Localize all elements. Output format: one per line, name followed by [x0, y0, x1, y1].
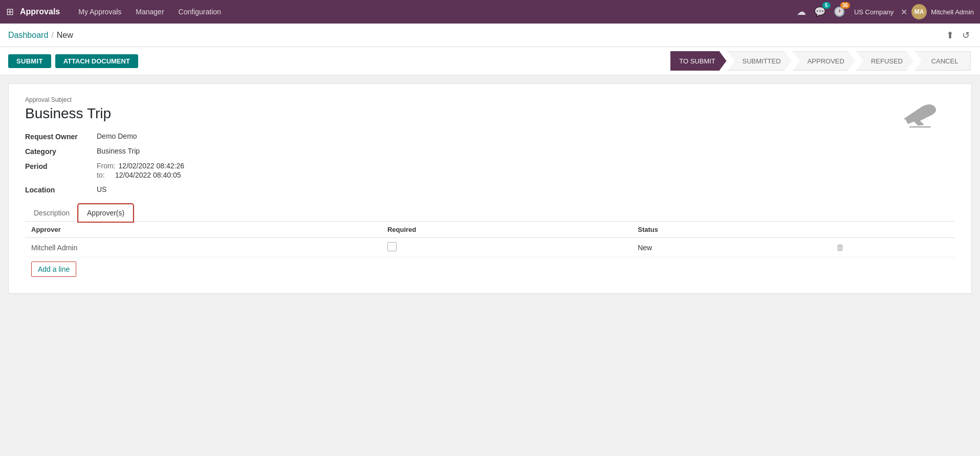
- menu-manager[interactable]: Manager: [129, 5, 170, 19]
- col-approver: Approver: [25, 222, 381, 238]
- top-nav-right: ☁ 💬 5 🕐 36 US Company ✕ MA Mitchell Admi…: [795, 4, 974, 19]
- activity-badge: 36: [840, 2, 850, 9]
- weather-icon[interactable]: ☁: [795, 4, 808, 19]
- period-from-value: 12/02/2022 08:42:26: [119, 162, 184, 170]
- chat-badge: 5: [822, 2, 831, 9]
- status-new-value: New: [638, 244, 652, 252]
- tabs-container: Description Approver(s): [25, 204, 955, 222]
- approvers-table: Approver Required Status Mitchell Admin …: [25, 222, 955, 257]
- form-card: Approval Subject Business Trip Request O…: [8, 83, 972, 294]
- menu-my-approvals[interactable]: My Approvals: [72, 5, 127, 19]
- submit-button[interactable]: SUBMIT: [8, 54, 51, 68]
- status-approved[interactable]: APPROVED: [793, 51, 855, 71]
- settings-icon[interactable]: ✕: [901, 7, 907, 17]
- avatar[interactable]: MA: [911, 4, 927, 19]
- add-line-container: Add a line: [25, 257, 955, 281]
- col-required: Required: [381, 222, 631, 238]
- approver-status: New: [631, 238, 830, 257]
- flight-icon: [900, 99, 941, 134]
- field-category: Category Business Trip: [25, 147, 955, 156]
- upload-icon[interactable]: ⬆: [944, 28, 956, 43]
- user-name: Mitchell Admin: [931, 8, 974, 16]
- secondary-bar: Dashboard / New ⬆ ↺: [0, 24, 980, 47]
- delete-row-icon[interactable]: 🗑: [836, 243, 844, 252]
- period-to-label: to:: [97, 171, 112, 179]
- location-value: US: [97, 185, 106, 193]
- required-checkbox[interactable]: [387, 242, 397, 251]
- breadcrumb: Dashboard / New: [8, 31, 940, 40]
- top-menu: My Approvals Manager Configuration: [72, 5, 795, 19]
- period-label: Period: [25, 162, 97, 170]
- field-location: Location US: [25, 185, 955, 194]
- required-checkbox-cell: [381, 238, 631, 257]
- location-label: Location: [25, 185, 97, 194]
- status-to-submit[interactable]: TO SUBMIT: [670, 51, 727, 71]
- status-cancel[interactable]: CANCEL: [914, 51, 971, 71]
- request-owner-value: Demo Demo: [97, 132, 137, 140]
- add-a-line-button[interactable]: Add a line: [31, 262, 76, 277]
- approval-title: Business Trip: [25, 105, 955, 122]
- field-request-owner: Request Owner Demo Demo: [25, 132, 955, 141]
- secondary-bar-icons: ⬆ ↺: [944, 28, 972, 43]
- table-row: Mitchell Admin New 🗑: [25, 238, 955, 257]
- category-value: Business Trip: [97, 147, 140, 155]
- app-name[interactable]: Approvals: [20, 7, 60, 16]
- col-status: Status: [631, 222, 830, 238]
- company-name[interactable]: US Company: [854, 8, 894, 16]
- period-from-label: From:: [97, 162, 116, 170]
- col-actions: [830, 222, 955, 238]
- action-bar: SUBMIT ATTACH DOCUMENT TO SUBMIT SUBMITT…: [0, 47, 980, 75]
- period-values: From: 12/02/2022 08:42:26 to: 12/04/2022…: [97, 162, 184, 179]
- status-refused[interactable]: REFUSED: [856, 51, 913, 71]
- activity-icon[interactable]: 🕐 36: [832, 4, 847, 19]
- chat-icon[interactable]: 💬 5: [812, 4, 827, 19]
- status-bar: TO SUBMIT SUBMITTED APPROVED REFUSED CAN…: [670, 51, 972, 71]
- attach-document-button[interactable]: ATTACH DOCUMENT: [55, 54, 138, 68]
- breadcrumb-dashboard[interactable]: Dashboard: [8, 31, 48, 40]
- category-label: Category: [25, 147, 97, 156]
- menu-configuration[interactable]: Configuration: [172, 5, 227, 19]
- breadcrumb-separator: /: [51, 31, 53, 40]
- tab-description[interactable]: Description: [25, 204, 78, 221]
- refresh-icon[interactable]: ↺: [960, 28, 972, 43]
- status-submitted[interactable]: SUBMITTED: [728, 51, 792, 71]
- field-period: Period From: 12/02/2022 08:42:26 to: 12/…: [25, 162, 955, 179]
- breadcrumb-current: New: [57, 31, 73, 40]
- tabs-row: Description Approver(s): [25, 204, 955, 221]
- request-owner-label: Request Owner: [25, 132, 97, 141]
- grid-icon[interactable]: ⊞: [6, 6, 14, 17]
- tab-approvers[interactable]: Approver(s): [78, 204, 133, 222]
- top-navigation: ⊞ Approvals My Approvals Manager Configu…: [0, 0, 980, 24]
- delete-cell: 🗑: [830, 238, 955, 257]
- main-content: Approval Subject Business Trip Request O…: [0, 75, 980, 456]
- approver-name: Mitchell Admin: [25, 238, 381, 257]
- period-to-value: 12/04/2022 08:40:05: [115, 171, 181, 179]
- approval-subject-label: Approval Subject: [25, 96, 955, 103]
